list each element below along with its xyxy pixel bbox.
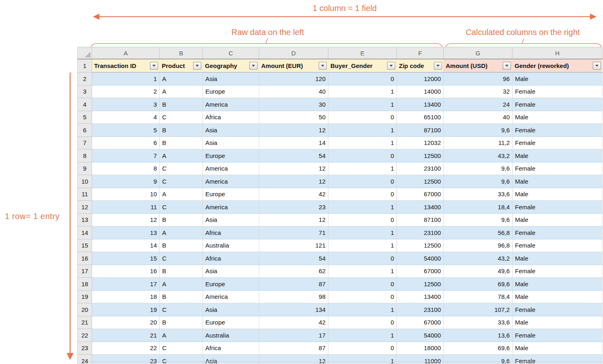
filter-dropdown-button[interactable]	[319, 62, 327, 70]
table-cell-H23[interactable]: Male	[513, 342, 603, 355]
table-cell-A13[interactable]: 12	[92, 213, 160, 226]
table-cell-C17[interactable]: Asia	[203, 265, 259, 278]
table-cell-H2[interactable]: Male	[513, 72, 603, 86]
table-cell-H4[interactable]: Female	[513, 98, 603, 111]
field-header-gender-reworked[interactable]: Gender (reworked)	[513, 59, 603, 72]
row-header-17[interactable]: 17	[78, 265, 92, 278]
table-cell-D13[interactable]: 12	[259, 213, 328, 226]
table-cell-C7[interactable]: Asia	[203, 136, 259, 149]
table-cell-G5[interactable]: 40	[444, 111, 513, 124]
table-cell-A11[interactable]: 10	[92, 188, 160, 201]
table-cell-F17[interactable]: 67000	[397, 265, 444, 278]
row-header-7[interactable]: 7	[78, 136, 92, 149]
table-cell-C23[interactable]: Africa	[203, 342, 259, 355]
table-cell-F7[interactable]: 12032	[397, 136, 444, 149]
table-cell-E2[interactable]: 0	[328, 72, 397, 86]
table-cell-D11[interactable]: 42	[259, 188, 328, 201]
row-header-3[interactable]: 3	[78, 85, 92, 98]
table-cell-G19[interactable]: 78,4	[444, 290, 513, 303]
table-cell-G15[interactable]: 96,8	[444, 239, 513, 252]
table-cell-C4[interactable]: America	[203, 98, 259, 111]
table-cell-F2[interactable]: 12000	[397, 72, 444, 86]
row-header-18[interactable]: 18	[78, 278, 92, 291]
table-cell-A22[interactable]: 21	[92, 329, 160, 342]
table-cell-F11[interactable]: 67000	[397, 188, 444, 201]
column-header-E[interactable]: E	[328, 47, 397, 59]
table-cell-F21[interactable]: 67000	[397, 316, 444, 329]
column-header-F[interactable]: F	[397, 47, 444, 59]
row-header-4[interactable]: 4	[78, 98, 92, 111]
table-cell-F6[interactable]: 87100	[397, 124, 444, 137]
table-cell-F22[interactable]: 54000	[397, 329, 444, 342]
table-cell-B13[interactable]: B	[160, 213, 203, 226]
field-header-amount-eur[interactable]: Amount (EUR)	[259, 59, 328, 72]
row-header-6[interactable]: 6	[78, 124, 92, 137]
table-cell-E17[interactable]: 1	[328, 265, 397, 278]
filter-dropdown-button[interactable]	[387, 62, 395, 70]
table-cell-A9[interactable]: 8	[92, 162, 160, 175]
table-cell-G10[interactable]: 9,6	[444, 175, 513, 188]
table-cell-D19[interactable]: 98	[259, 290, 328, 303]
column-header-A[interactable]: A	[92, 47, 160, 59]
table-cell-A15[interactable]: 14	[92, 239, 160, 252]
table-cell-A17[interactable]: 16	[92, 265, 160, 278]
table-cell-D5[interactable]: 50	[259, 111, 328, 124]
table-cell-D7[interactable]: 14	[259, 136, 328, 149]
table-cell-D17[interactable]: 62	[259, 265, 328, 278]
filter-dropdown-button[interactable]	[193, 62, 201, 70]
table-cell-C21[interactable]: Europe	[203, 316, 259, 329]
row-header-20[interactable]: 20	[78, 303, 92, 316]
row-header-16[interactable]: 16	[78, 252, 92, 265]
table-cell-B3[interactable]: A	[160, 85, 203, 98]
table-cell-B5[interactable]: C	[160, 111, 203, 124]
row-header-15[interactable]: 15	[78, 239, 92, 252]
table-cell-H13[interactable]: Male	[513, 213, 603, 226]
table-cell-C24[interactable]: Asia	[203, 355, 259, 364]
table-cell-H19[interactable]: Male	[513, 290, 603, 303]
table-cell-E3[interactable]: 1	[328, 85, 397, 98]
table-cell-H24[interactable]: Female	[513, 355, 603, 364]
table-cell-C10[interactable]: America	[203, 175, 259, 188]
table-cell-E20[interactable]: 1	[328, 303, 397, 316]
table-cell-C11[interactable]: Europe	[203, 188, 259, 201]
table-cell-B21[interactable]: B	[160, 316, 203, 329]
table-cell-G9[interactable]: 9,6	[444, 162, 513, 175]
table-cell-D20[interactable]: 134	[259, 303, 328, 316]
table-cell-H12[interactable]: Female	[513, 201, 603, 214]
table-cell-C15[interactable]: Australia	[203, 239, 259, 252]
table-cell-F23[interactable]: 18000	[397, 342, 444, 355]
row-header-14[interactable]: 14	[78, 226, 92, 239]
table-cell-G24[interactable]: 9,6	[444, 355, 513, 364]
field-header-buyer-gender[interactable]: Buyer_Gender	[328, 59, 397, 72]
table-cell-F18[interactable]: 12500	[397, 278, 444, 291]
row-header-21[interactable]: 21	[78, 316, 92, 329]
table-cell-D12[interactable]: 23	[259, 201, 328, 214]
table-cell-G20[interactable]: 107,2	[444, 303, 513, 316]
table-cell-C8[interactable]: Europe	[203, 149, 259, 162]
row-header-12[interactable]: 12	[78, 201, 92, 214]
table-cell-D4[interactable]: 30	[259, 98, 328, 111]
table-cell-B6[interactable]: B	[160, 124, 203, 137]
table-cell-G17[interactable]: 49,6	[444, 265, 513, 278]
table-cell-C12[interactable]: America	[203, 201, 259, 214]
table-cell-C16[interactable]: Africa	[203, 252, 259, 265]
table-cell-F19[interactable]: 13400	[397, 290, 444, 303]
table-cell-B4[interactable]: B	[160, 98, 203, 111]
table-cell-E12[interactable]: 1	[328, 201, 397, 214]
table-cell-F20[interactable]: 23100	[397, 303, 444, 316]
table-cell-G13[interactable]: 9,6	[444, 213, 513, 226]
table-cell-A23[interactable]: 22	[92, 342, 160, 355]
table-cell-E5[interactable]: 0	[328, 111, 397, 124]
table-cell-A16[interactable]: 15	[92, 252, 160, 265]
table-cell-E18[interactable]: 0	[328, 278, 397, 291]
table-cell-D15[interactable]: 121	[259, 239, 328, 252]
table-cell-H6[interactable]: Female	[513, 124, 603, 137]
table-cell-F4[interactable]: 13400	[397, 98, 444, 111]
table-cell-F13[interactable]: 87100	[397, 213, 444, 226]
table-cell-H11[interactable]: Male	[513, 188, 603, 201]
table-cell-E8[interactable]: 0	[328, 149, 397, 162]
table-cell-A5[interactable]: 4	[92, 111, 160, 124]
row-header-23[interactable]: 23	[78, 342, 92, 355]
table-cell-H7[interactable]: Female	[513, 136, 603, 149]
table-cell-C20[interactable]: Asia	[203, 303, 259, 316]
